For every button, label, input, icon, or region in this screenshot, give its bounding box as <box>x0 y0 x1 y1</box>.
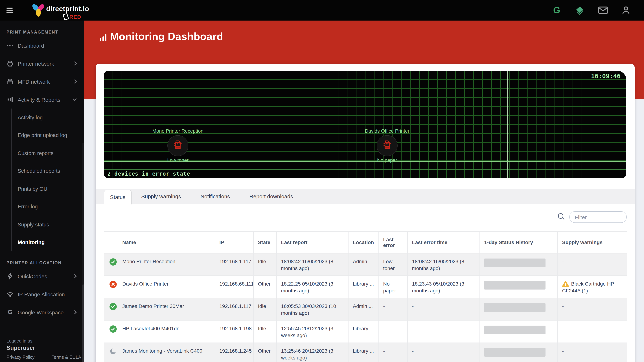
sidebar-item-label: Google Workspace <box>18 309 73 315</box>
tab-status[interactable]: Status <box>104 190 132 204</box>
cell-last-report: 16:05:53 30/03/2023 (10 months ago) <box>276 298 348 320</box>
sidebar-submenu: Activity logEdge print upload logCustom … <box>11 108 84 251</box>
column-header-name: Name <box>118 232 215 253</box>
column-header-1-day-status-history: 1-day Status History <box>480 232 558 253</box>
cell-state: Idle <box>254 253 276 276</box>
cell-state: Other <box>254 276 276 298</box>
sidebar-item-ip-range-allocation[interactable]: IP Range Allocation <box>0 285 84 303</box>
sidebar-item-label: Dashboard <box>18 42 84 48</box>
column-header-last-report: Last report <box>276 232 348 253</box>
table-row[interactable]: Davids Office Printer192.168.68.111Other… <box>104 276 626 298</box>
cell-ip: 192.168.1.198 <box>215 320 254 343</box>
sidebar-item-activity-reports[interactable]: Activity & Reports <box>0 90 84 108</box>
privacy-policy-link[interactable]: Privacy Policy <box>6 355 35 360</box>
logo-badge-icon <box>62 13 69 20</box>
sidebar: PRINT MANAGEMENTDashboardPrinter network… <box>0 20 84 362</box>
radar-device[interactable]: Davids Office PrinterNo paper <box>348 128 427 163</box>
sidebar-item-printer-network[interactable]: Printer network <box>0 54 84 72</box>
cell-last-report: 18:08:42 16/05/2023 (8 months ago) <box>276 253 348 276</box>
cell-location: Library ... <box>348 320 379 343</box>
sidebar-item-label: IP Range Allocation <box>18 291 84 297</box>
column-header-last-error: Last error <box>379 232 408 253</box>
cell-supply-warnings: - <box>558 320 626 343</box>
cell-ip: 192.168.1.245 <box>215 343 254 362</box>
cell-last-report: 18:22:25 05/10/2023 (3 months ago) <box>276 276 348 298</box>
cell-last-error: No paper <box>379 276 408 298</box>
printer-error-icon <box>377 135 398 156</box>
bar-chart-icon <box>6 96 14 103</box>
cell-ip: 192.168.68.111 <box>215 276 254 298</box>
sidebar-item-google-workspace[interactable]: GGoogle Workspace <box>0 303 84 321</box>
cell-ip: 192.168.1.117 <box>215 253 254 276</box>
status-history-bar <box>484 258 546 267</box>
cell-supply-warnings: Black Cartridge HP CF244A (1) <box>558 276 626 298</box>
tab-report-downloads[interactable]: Report downloads <box>240 189 303 204</box>
cell-name: HP LaserJet 400 M401dn <box>118 320 215 343</box>
cell-status-icon <box>104 320 118 343</box>
google-g-icon[interactable]: G <box>552 5 562 15</box>
cell-supply-warnings: - <box>558 298 626 320</box>
sidebar-item-dashboard[interactable]: Dashboard <box>0 36 84 54</box>
table-row[interactable]: Mono Printer Reception192.168.1.117Idle1… <box>104 253 626 276</box>
column-header-location: Location <box>348 232 379 253</box>
radar-device[interactable]: Mono Printer ReceptionLow toner <box>138 128 218 163</box>
cell-location: Admin ... <box>348 253 379 276</box>
hamburger-menu-icon[interactable] <box>6 6 14 14</box>
mail-icon[interactable] <box>598 5 608 15</box>
radar-device-status: Low toner <box>138 158 218 163</box>
sidebar-item-prints-by-ou[interactable]: Prints by OU <box>12 180 84 198</box>
sidebar-item-error-log[interactable]: Error log <box>12 198 84 216</box>
cell-last-error: - <box>379 320 408 343</box>
table-row[interactable]: James Demo Printer 30Mar192.168.1.117Idl… <box>104 298 626 320</box>
tab-notifications[interactable]: Notifications <box>191 189 240 204</box>
chevron-right-icon <box>73 61 77 66</box>
sidebar-item-quickcodes[interactable]: QuickCodes <box>0 267 84 285</box>
cell-status-icon <box>104 298 118 320</box>
cell-location: Library ... <box>348 276 379 298</box>
tab-bar: StatusSupply warningsNotificationsReport… <box>96 189 634 204</box>
bar-chart-icon <box>100 35 106 42</box>
filter-input[interactable] <box>569 211 627 223</box>
layers-icon[interactable] <box>575 5 585 15</box>
status-history-bar <box>484 326 546 334</box>
sidebar-item-activity-log[interactable]: Activity log <box>12 108 84 126</box>
app-logo: directprint.io RED <box>32 0 105 20</box>
sidebar-item-mfd-network[interactable]: MFD network <box>0 72 84 90</box>
radar-sweep-vertical <box>507 71 508 178</box>
table-row[interactable]: James Monitoring - VersaLink C400192.168… <box>104 343 626 362</box>
cell-last-report: 12:55:45 20/12/2023 (3 weeks ago) <box>276 320 348 343</box>
status-history-bar <box>484 303 546 312</box>
chevron-right-icon <box>73 310 77 314</box>
cell-last-error-time: - <box>408 320 480 343</box>
topbar: directprint.io RED G <box>0 0 644 20</box>
sidebar-scrollbar[interactable] <box>82 143 84 362</box>
column-header-status <box>104 232 118 253</box>
cell-ip: 192.168.1.117 <box>215 298 254 320</box>
cell-state: Idle <box>254 298 276 320</box>
terms-eula-link[interactable]: Terms & EULA <box>52 355 81 360</box>
radar-device-status: No paper <box>348 158 427 163</box>
sidebar-item-scheduled-reports[interactable]: Scheduled reports <box>12 162 84 180</box>
cell-last-error: - <box>379 343 408 362</box>
radar-device-name: Davids Office Printer <box>348 128 427 134</box>
logo-petals-icon <box>32 3 45 18</box>
cell-last-error-time: - <box>408 343 480 362</box>
cell-status-icon <box>104 343 118 362</box>
tab-supply-warnings[interactable]: Supply warnings <box>132 189 191 204</box>
cell-location: Library ... <box>348 343 379 362</box>
cell-status-history <box>480 320 558 343</box>
account-icon[interactable] <box>621 5 631 15</box>
sidebar-item-edge-print-upload-log[interactable]: Edge print upload log <box>12 126 84 144</box>
cell-status-history <box>480 253 558 276</box>
logo-sub: RED <box>64 14 81 20</box>
table-row[interactable]: HP LaserJet 400 M401dn192.168.1.198Idle1… <box>104 320 626 343</box>
cell-supply-warnings: - <box>558 253 626 276</box>
cell-last-error: Low toner <box>379 253 408 276</box>
sidebar-item-supply-status[interactable]: Supply status <box>12 216 84 233</box>
sidebar-item-custom-reports[interactable]: Custom reports <box>12 144 84 162</box>
logged-in-label: Logged in as: <box>6 339 81 344</box>
chevron-right-icon <box>73 274 77 278</box>
sidebar-section-label: PRINTER ALLOCATION <box>6 261 84 265</box>
sidebar-item-monitoring[interactable]: Monitoring <box>12 233 84 251</box>
cell-status-history <box>480 298 558 320</box>
